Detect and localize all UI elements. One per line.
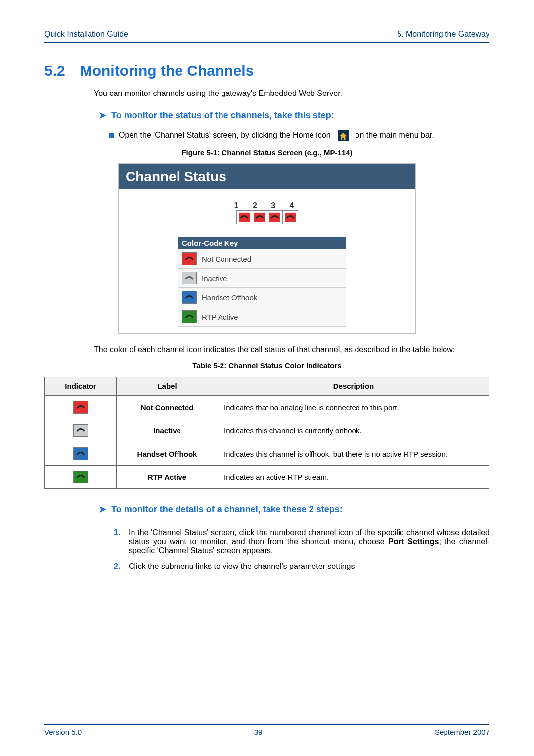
header-left: Quick Installation Guide [44,30,128,39]
phone-icon [73,401,88,414]
below-figure-text: The color of each channel icon indicates… [94,345,490,354]
table-row: RTP ActiveIndicates an active RTP stream… [45,466,490,489]
home-icon [338,130,349,141]
description-cell: Indicates an active RTP stream. [218,466,490,489]
svg-rect-1 [239,213,250,222]
table-row: InactiveIndicates this channel is curren… [45,419,490,442]
key-inactive: Inactive [178,269,346,288]
page-header: Quick Installation Guide 5. Monitoring t… [44,30,490,43]
label-cell: Handset Offhook [117,442,218,466]
footer-right: September 2007 [435,728,490,736]
bullet-text-pre: Open the 'Channel Status' screen, by cli… [119,131,331,140]
phone-icon-blue [182,291,197,304]
channel-status-screenshot: Channel Status 1 2 3 4 Color-Code Key No… [118,163,416,334]
phone-icon-red [182,252,197,265]
th-description: Description [218,377,490,396]
svg-marker-0 [339,133,346,140]
indicator-cell [45,442,117,466]
phone-icon [73,447,88,460]
table-header-row: Indicator Label Description [45,377,490,396]
section-title-text: Monitoring the Channels [80,62,254,79]
label-cell: Inactive [117,419,218,442]
svg-rect-4 [285,213,296,222]
description-cell: Indicates this channel is offhook, but t… [218,442,490,466]
label-cell: Not Connected [117,396,218,419]
phone-icon-green [182,310,197,323]
intro-text: You can monitor channels using the gatew… [94,89,490,98]
channel-icons-row: 1 2 3 4 [119,201,415,224]
key-label: Handset Offhook [202,293,257,302]
table-row: Handset OffhookIndicates this channel is… [45,442,490,466]
steps-list: In the 'Channel Status' screen, click th… [114,528,490,578]
bullet-square-icon [109,133,114,138]
key-label: Not Connected [202,255,251,263]
key-handset-offhook: Handset Offhook [178,288,346,307]
channel-1-icon [237,211,252,224]
procedure-heading-2: To monitor the details of a channel, tak… [99,504,490,515]
th-indicator: Indicator [45,377,117,396]
phone-icon-grey [182,272,197,284]
color-code-key-title: Color-Code Key [178,237,346,249]
channel-numbers: 1 2 3 4 [119,201,415,210]
table-row: Not ConnectedIndicates that no analog li… [45,396,490,419]
color-code-key: Color-Code Key Not Connected Inactive Ha… [178,237,346,327]
svg-rect-2 [254,213,265,222]
key-rtp-active: RTP Active [178,307,346,327]
bullet-text-post: on the main menu bar. [356,131,434,140]
channel-3-icon [267,211,282,224]
key-not-connected: Not Connected [178,249,346,269]
channel-status-title: Channel Status [119,164,415,189]
header-right: 5. Monitoring the Gateway [397,30,490,39]
description-cell: Indicates this channel is currently onho… [218,419,490,442]
channel-row [236,210,298,224]
phone-icon [73,471,88,483]
channel-4-icon [282,211,298,224]
footer-left: Version 5.0 [44,728,82,736]
procedure-heading-1: To monitor the status of the channels, t… [99,110,490,121]
page-footer: Version 5.0 39 September 2007 [44,724,490,736]
bullet-open-channel-status: Open the 'Channel Status' screen, by cli… [109,130,490,141]
indicator-cell [45,396,117,419]
section-number: 5.2 [44,62,65,79]
svg-rect-3 [269,213,280,222]
key-label: RTP Active [202,313,238,321]
step-item: In the 'Channel Status' screen, click th… [114,528,490,555]
th-label: Label [117,377,218,396]
key-label: Inactive [202,274,227,283]
color-indicator-table: Indicator Label Description Not Connecte… [44,377,490,489]
phone-icon [73,424,88,437]
section-heading: 5.2Monitoring the Channels [44,62,490,79]
description-cell: Indicates that no analog line is connect… [218,396,490,419]
step-item: Click the submenu links to view the chan… [114,562,490,571]
indicator-cell [45,466,117,489]
table-caption: Table 5-2: Channel Status Color Indicato… [44,361,490,370]
indicator-cell [45,419,117,442]
figure-caption: Figure 5-1: Channel Status Screen (e.g.,… [44,148,490,157]
footer-center: 39 [254,728,263,736]
label-cell: RTP Active [117,466,218,489]
channel-2-icon [252,211,267,224]
